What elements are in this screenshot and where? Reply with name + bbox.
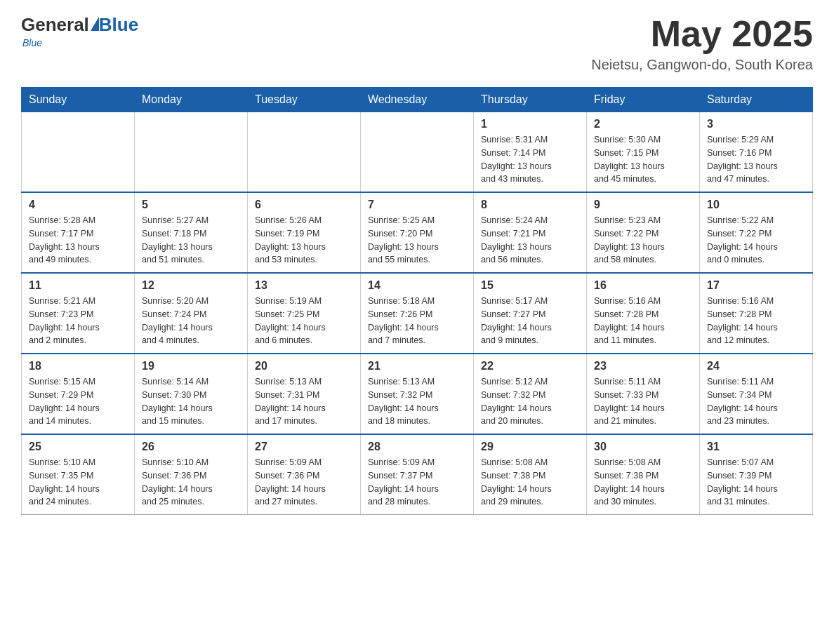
calendar-cell: 14Sunrise: 5:18 AMSunset: 7:26 PMDayligh… [361,273,474,354]
logo-tagline: Blue [22,37,42,48]
calendar-week-row: 18Sunrise: 5:15 AMSunset: 7:29 PMDayligh… [22,354,813,434]
day-info: Sunrise: 5:30 AMSunset: 7:15 PMDaylight:… [594,133,692,186]
day-info: Sunrise: 5:12 AMSunset: 7:32 PMDaylight:… [481,375,579,428]
day-number: 23 [594,360,692,373]
calendar-header-friday: Friday [587,88,700,112]
day-info: Sunrise: 5:24 AMSunset: 7:21 PMDaylight:… [481,214,579,267]
day-number: 8 [481,199,579,211]
day-number: 28 [368,441,466,453]
day-info: Sunrise: 5:23 AMSunset: 7:22 PMDaylight:… [594,214,692,267]
calendar-week-row: 1Sunrise: 5:31 AMSunset: 7:14 PMDaylight… [22,112,813,193]
calendar-cell: 13Sunrise: 5:19 AMSunset: 7:25 PMDayligh… [248,273,361,354]
day-number: 1 [481,118,579,130]
day-number: 13 [255,279,353,292]
day-info: Sunrise: 5:18 AMSunset: 7:26 PMDaylight:… [368,295,466,347]
calendar-cell: 28Sunrise: 5:09 AMSunset: 7:37 PMDayligh… [361,434,474,515]
day-info: Sunrise: 5:11 AMSunset: 7:34 PMDaylight:… [707,375,805,428]
calendar-header-thursday: Thursday [474,88,587,112]
day-info: Sunrise: 5:26 AMSunset: 7:19 PMDaylight:… [255,214,353,267]
day-number: 25 [29,441,127,453]
calendar-week-row: 11Sunrise: 5:21 AMSunset: 7:23 PMDayligh… [22,273,813,354]
calendar-cell [361,112,474,193]
day-number: 17 [707,279,805,292]
day-number: 31 [707,441,805,453]
day-info: Sunrise: 5:17 AMSunset: 7:27 PMDaylight:… [481,295,579,347]
day-number: 26 [142,441,240,453]
calendar-cell: 23Sunrise: 5:11 AMSunset: 7:33 PMDayligh… [587,354,700,434]
day-number: 22 [481,360,579,373]
calendar-cell: 21Sunrise: 5:13 AMSunset: 7:32 PMDayligh… [361,354,474,434]
calendar-table: SundayMondayTuesdayWednesdayThursdayFrid… [21,87,813,515]
calendar-cell: 5Sunrise: 5:27 AMSunset: 7:18 PMDaylight… [135,192,248,273]
calendar-cell [22,112,135,193]
calendar-cell: 24Sunrise: 5:11 AMSunset: 7:34 PMDayligh… [700,354,813,434]
calendar-cell: 22Sunrise: 5:12 AMSunset: 7:32 PMDayligh… [474,354,587,434]
calendar-cell: 12Sunrise: 5:20 AMSunset: 7:24 PMDayligh… [135,273,248,354]
day-number: 29 [481,441,579,453]
day-number: 10 [707,199,805,211]
day-info: Sunrise: 5:20 AMSunset: 7:24 PMDaylight:… [142,295,240,347]
day-info: Sunrise: 5:09 AMSunset: 7:37 PMDaylight:… [368,456,466,509]
day-info: Sunrise: 5:22 AMSunset: 7:22 PMDaylight:… [707,214,805,267]
calendar-cell: 9Sunrise: 5:23 AMSunset: 7:22 PMDaylight… [587,192,700,273]
calendar-cell: 1Sunrise: 5:31 AMSunset: 7:14 PMDaylight… [474,112,587,193]
location-title: Neietsu, Gangwon-do, South Korea [591,57,813,73]
calendar-cell: 15Sunrise: 5:17 AMSunset: 7:27 PMDayligh… [474,273,587,354]
page-header: General Blue Blue May 2025 Neietsu, Gang… [21,14,813,73]
calendar-cell: 26Sunrise: 5:10 AMSunset: 7:36 PMDayligh… [135,434,248,515]
calendar-cell: 16Sunrise: 5:16 AMSunset: 7:28 PMDayligh… [587,273,700,354]
calendar-header-wednesday: Wednesday [361,88,474,112]
calendar-header-sunday: Sunday [22,88,135,112]
day-number: 21 [368,360,466,373]
day-number: 3 [707,118,805,130]
calendar-header-tuesday: Tuesday [248,88,361,112]
day-info: Sunrise: 5:13 AMSunset: 7:32 PMDaylight:… [368,375,466,428]
calendar-cell: 17Sunrise: 5:16 AMSunset: 7:28 PMDayligh… [700,273,813,354]
calendar-cell: 3Sunrise: 5:29 AMSunset: 7:16 PMDaylight… [700,112,813,193]
day-number: 16 [594,279,692,292]
day-info: Sunrise: 5:14 AMSunset: 7:30 PMDaylight:… [142,375,240,428]
day-info: Sunrise: 5:10 AMSunset: 7:35 PMDaylight:… [29,456,127,509]
day-info: Sunrise: 5:25 AMSunset: 7:20 PMDaylight:… [368,214,466,267]
calendar-cell: 27Sunrise: 5:09 AMSunset: 7:36 PMDayligh… [248,434,361,515]
day-number: 20 [255,360,353,373]
day-number: 24 [707,360,805,373]
calendar-cell: 29Sunrise: 5:08 AMSunset: 7:38 PMDayligh… [474,434,587,515]
calendar-cell: 7Sunrise: 5:25 AMSunset: 7:20 PMDaylight… [361,192,474,273]
day-number: 4 [29,199,127,211]
day-info: Sunrise: 5:08 AMSunset: 7:38 PMDaylight:… [594,456,692,509]
calendar-cell: 11Sunrise: 5:21 AMSunset: 7:23 PMDayligh… [22,273,135,354]
day-number: 18 [29,360,127,373]
day-number: 9 [594,199,692,211]
day-number: 5 [142,199,240,211]
month-title: May 2025 [591,14,813,54]
calendar-week-row: 25Sunrise: 5:10 AMSunset: 7:35 PMDayligh… [22,434,813,515]
day-number: 11 [29,279,127,292]
calendar-cell: 18Sunrise: 5:15 AMSunset: 7:29 PMDayligh… [22,354,135,434]
logo-triangle-icon [91,17,99,31]
calendar-header-monday: Monday [135,88,248,112]
day-number: 7 [368,199,466,211]
day-info: Sunrise: 5:16 AMSunset: 7:28 PMDaylight:… [594,295,692,347]
day-number: 14 [368,279,466,292]
calendar-cell: 30Sunrise: 5:08 AMSunset: 7:38 PMDayligh… [587,434,700,515]
logo-general-text: General [21,14,89,36]
day-number: 12 [142,279,240,292]
day-info: Sunrise: 5:09 AMSunset: 7:36 PMDaylight:… [255,456,353,509]
logo-blue-text: Blue [99,14,138,36]
calendar-header-saturday: Saturday [700,88,813,112]
calendar-cell [248,112,361,193]
day-info: Sunrise: 5:13 AMSunset: 7:31 PMDaylight:… [255,375,353,428]
calendar-week-row: 4Sunrise: 5:28 AMSunset: 7:17 PMDaylight… [22,192,813,273]
day-info: Sunrise: 5:29 AMSunset: 7:16 PMDaylight:… [707,133,805,186]
calendar-cell: 31Sunrise: 5:07 AMSunset: 7:39 PMDayligh… [700,434,813,515]
day-info: Sunrise: 5:11 AMSunset: 7:33 PMDaylight:… [594,375,692,428]
title-section: May 2025 Neietsu, Gangwon-do, South Kore… [591,14,813,73]
day-info: Sunrise: 5:16 AMSunset: 7:28 PMDaylight:… [707,295,805,347]
calendar-cell: 2Sunrise: 5:30 AMSunset: 7:15 PMDaylight… [587,112,700,193]
day-number: 27 [255,441,353,453]
day-number: 2 [594,118,692,130]
day-info: Sunrise: 5:10 AMSunset: 7:36 PMDaylight:… [142,456,240,509]
day-info: Sunrise: 5:21 AMSunset: 7:23 PMDaylight:… [29,295,127,347]
calendar-cell: 4Sunrise: 5:28 AMSunset: 7:17 PMDaylight… [22,192,135,273]
